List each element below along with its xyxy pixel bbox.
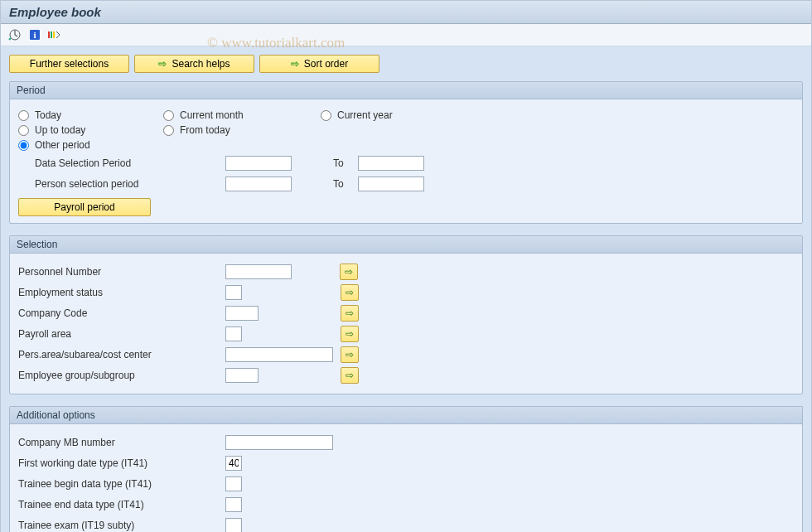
personnel-number-label: Personnel Number — [18, 266, 225, 278]
employment-status-label: Employment status — [18, 287, 225, 298]
period-group: Period Today Current month Current year … — [9, 81, 803, 224]
to-label: To — [333, 157, 358, 169]
further-selections-button[interactable]: Further selections — [9, 55, 129, 73]
list-icon[interactable] — [47, 27, 62, 42]
svg-rect-5 — [53, 31, 55, 38]
arrow-right-icon: ⇨ — [346, 370, 354, 381]
trainee-begin-label: Trainee begin data type (IT41) — [18, 478, 225, 490]
trainee-begin-input[interactable] — [225, 476, 242, 491]
radio-up-to-today[interactable]: Up to today — [18, 124, 163, 136]
radio-current-year[interactable]: Current year — [321, 109, 486, 121]
period-legend: Period — [10, 82, 802, 99]
sort-order-button[interactable]: ⇨ Sort order — [259, 55, 379, 73]
multiple-selection-button[interactable]: ⇨ — [341, 367, 359, 384]
svg-rect-3 — [48, 31, 50, 38]
search-helps-button[interactable]: ⇨ Search helps — [134, 55, 254, 73]
multiple-selection-button[interactable]: ⇨ — [340, 264, 358, 280]
arrow-right-icon: ⇨ — [346, 287, 354, 298]
app-window: Employee book i © www.tutorialkart.com F… — [0, 0, 812, 532]
execute-icon[interactable] — [7, 27, 22, 42]
data-selection-label: Data Selection Period — [18, 157, 225, 169]
person-selection-to-input[interactable] — [358, 177, 424, 191]
employment-status-input[interactable] — [225, 285, 242, 300]
person-selection-label: Person selection period — [18, 178, 225, 190]
payroll-area-input[interactable] — [225, 326, 242, 341]
multiple-selection-button[interactable]: ⇨ — [341, 326, 359, 342]
payroll-area-label: Payroll area — [18, 328, 225, 340]
payroll-period-button[interactable]: Payroll period — [18, 198, 151, 216]
radio-today[interactable]: Today — [18, 109, 163, 121]
person-selection-from-input[interactable] — [225, 177, 292, 191]
selection-buttons: Further selections ⇨ Search helps ⇨ Sort… — [9, 55, 803, 73]
radio-other-period[interactable]: Other period — [18, 139, 163, 151]
trainee-exam-label: Trainee exam (IT19 subty) — [18, 520, 225, 531]
svg-text:i: i — [33, 30, 36, 40]
company-code-label: Company Code — [18, 307, 225, 319]
employee-group-input[interactable] — [225, 368, 259, 383]
company-mb-input[interactable] — [225, 435, 333, 450]
arrow-right-icon: ⇨ — [346, 328, 354, 340]
first-working-input[interactable] — [225, 456, 242, 471]
toolbar: i — [1, 24, 811, 46]
arrow-right-icon: ⇨ — [346, 307, 354, 319]
selection-legend: Selection — [10, 236, 802, 254]
trainee-end-input[interactable] — [225, 497, 242, 512]
pers-area-input[interactable] — [225, 347, 333, 362]
info-icon[interactable]: i — [27, 27, 42, 42]
selection-group: Selection Personnel Number ⇨ Employment … — [9, 235, 803, 394]
pers-area-label: Pers.area/subarea/cost center — [18, 349, 225, 360]
employee-group-label: Employee group/subgroup — [18, 370, 225, 381]
trainee-end-label: Trainee end data type (IT41) — [18, 499, 225, 510]
company-mb-label: Company MB number — [18, 437, 225, 448]
additional-legend: Additional options — [10, 407, 802, 424]
sort-order-label: Sort order — [304, 58, 348, 70]
body-area: Further selections ⇨ Search helps ⇨ Sort… — [1, 46, 811, 532]
company-code-input[interactable] — [225, 306, 259, 321]
additional-options-group: Additional options Company MB number Fir… — [9, 406, 803, 532]
arrow-right-icon: ⇨ — [345, 266, 353, 278]
arrow-right-icon: ⇨ — [158, 58, 167, 70]
multiple-selection-button[interactable]: ⇨ — [341, 305, 359, 322]
further-selections-label: Further selections — [30, 58, 109, 70]
multiple-selection-button[interactable]: ⇨ — [341, 346, 359, 363]
to-label: To — [333, 178, 358, 190]
radio-from-today[interactable]: From today — [163, 124, 321, 136]
first-working-label: First working date type (IT41) — [18, 457, 225, 469]
arrow-right-icon: ⇨ — [346, 349, 354, 360]
search-helps-label: Search helps — [172, 58, 230, 70]
svg-rect-4 — [51, 31, 52, 38]
page-title: Employee book — [1, 1, 811, 24]
data-selection-from-input[interactable] — [225, 156, 292, 171]
data-selection-to-input[interactable] — [358, 156, 424, 171]
arrow-right-icon: ⇨ — [291, 58, 299, 70]
personnel-number-input[interactable] — [225, 264, 292, 279]
radio-current-month[interactable]: Current month — [163, 109, 321, 121]
multiple-selection-button[interactable]: ⇨ — [341, 284, 359, 301]
trainee-exam-input[interactable] — [225, 518, 242, 532]
